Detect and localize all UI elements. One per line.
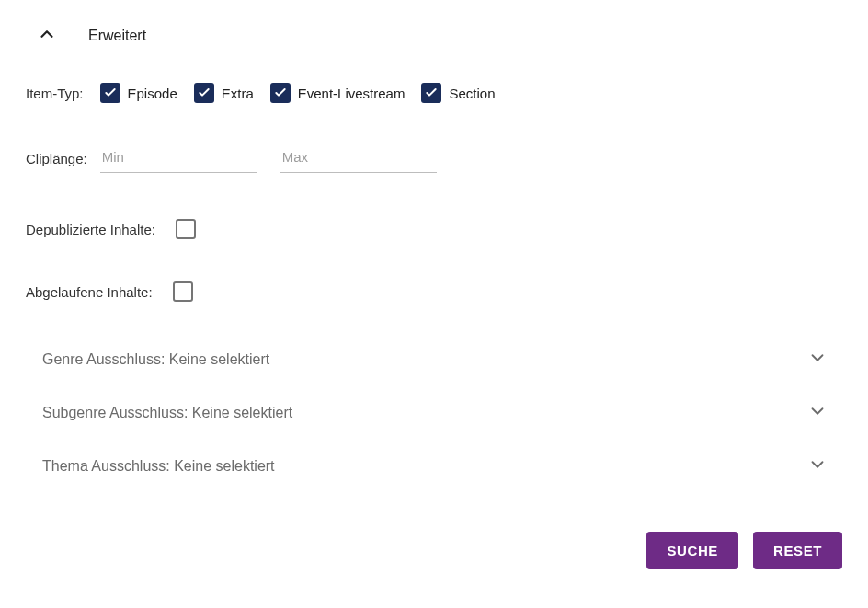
item-type-group: Episode Extra Event-Livestream Section [100,83,496,103]
item-type-label: Item-Typ: [26,86,84,101]
panel-genre-exclusion[interactable]: Genre Ausschluss: Keine selektiert [26,333,842,386]
depublished-label: Depublizierte Inhalte: [26,222,155,237]
item-type-episode[interactable]: Episode [100,83,177,103]
checkbox-checked-icon [100,83,120,103]
checkbox-checked-icon [194,83,214,103]
chevron-down-icon [807,454,828,478]
reset-button[interactable]: Reset [753,532,842,569]
clip-length-max-input[interactable] [280,143,437,173]
chevron-up-icon [37,24,57,48]
item-type-extra[interactable]: Extra [194,83,254,103]
search-button[interactable]: Suche [646,532,738,569]
item-type-section-label: Section [449,86,495,101]
item-type-event-livestream[interactable]: Event-Livestream [270,83,405,103]
expired-row: Abgelaufene Inhalte: [26,272,842,320]
item-type-section[interactable]: Section [421,83,495,103]
panel-thema-exclusion-title: Thema Ausschluss: Keine selektiert [42,458,275,475]
depublished-checkbox[interactable] [176,219,196,239]
panel-genre-exclusion-title: Genre Ausschluss: Keine selektiert [42,351,269,368]
chevron-down-icon [807,401,828,425]
exclusion-panels: Genre Ausschluss: Keine selektiert Subge… [26,333,842,493]
clip-length-label: Cliplänge: [26,151,87,166]
advanced-title: Erweitert [88,28,146,44]
expired-label: Abgelaufene Inhalte: [26,284,153,300]
collapse-toggle[interactable] [37,24,57,48]
clip-length-inputs [100,143,437,173]
expired-checkbox[interactable] [173,281,193,302]
action-buttons: Suche Reset [26,532,842,569]
checkbox-checked-icon [270,83,291,103]
panel-subgenre-exclusion[interactable]: Subgenre Ausschluss: Keine selektiert [26,386,842,440]
item-type-event-livestream-label: Event-Livestream [298,86,405,101]
item-type-extra-label: Extra [222,86,254,101]
clip-length-row: Cliplänge: [26,134,842,210]
panel-subgenre-exclusion-title: Subgenre Ausschluss: Keine selektiert [42,405,292,421]
item-type-episode-label: Episode [128,86,177,101]
checkbox-checked-icon [421,83,441,103]
panel-thema-exclusion[interactable]: Thema Ausschluss: Keine selektiert [26,440,842,493]
advanced-header: Erweitert [26,18,842,74]
checkbox-unchecked-icon [173,281,193,302]
checkbox-unchecked-icon [176,219,196,239]
clip-length-min-input[interactable] [100,143,257,173]
item-type-row: Item-Typ: Episode Extra Event-Livestream… [26,74,842,134]
depublished-row: Depublizierte Inhalte: [26,210,842,272]
chevron-down-icon [807,348,828,372]
